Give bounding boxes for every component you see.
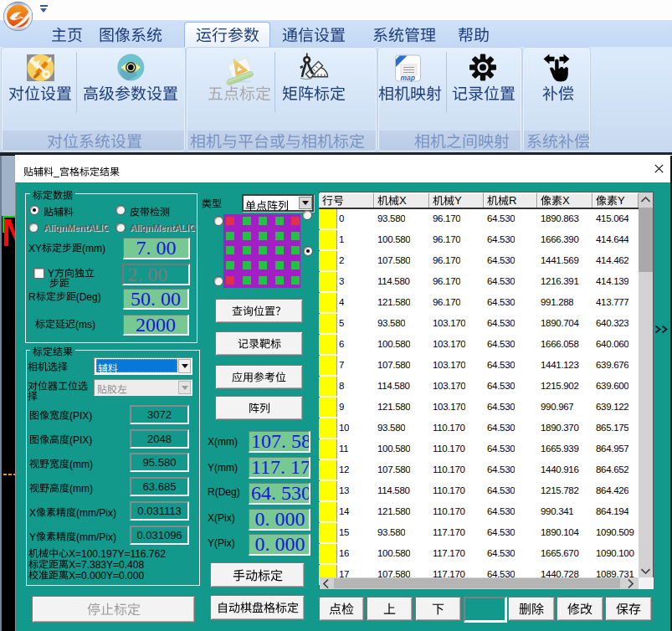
svg-text:map: map xyxy=(401,74,415,82)
